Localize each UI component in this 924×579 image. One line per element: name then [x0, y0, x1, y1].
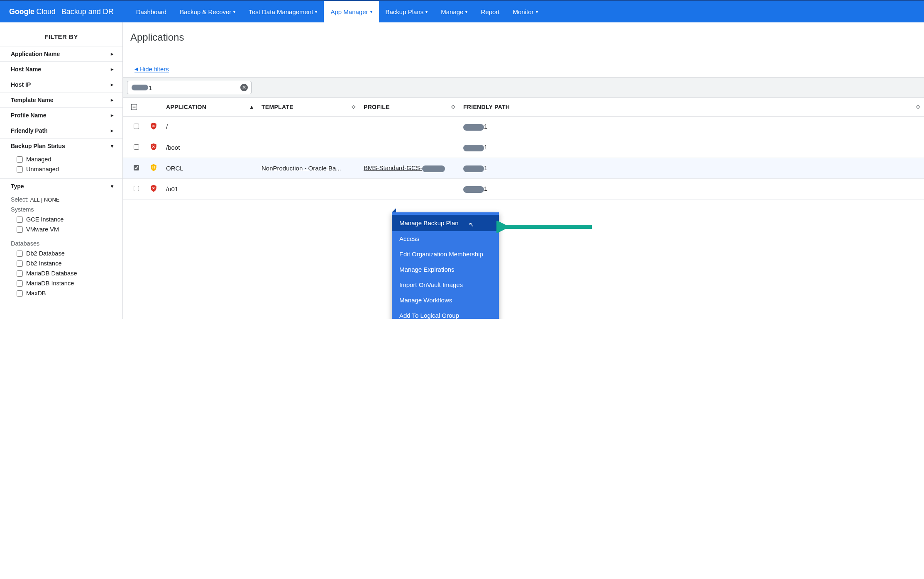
filter-option-unmanaged[interactable]: Unmanaged	[17, 164, 113, 174]
sort-icon: ◇	[451, 104, 455, 109]
filter-application-name[interactable]: Application Name▸	[0, 46, 122, 61]
hide-filters-link[interactable]: ◀Hide filters	[134, 66, 169, 73]
checkbox[interactable]	[17, 280, 23, 287]
caret-down-icon: ▾	[111, 183, 113, 189]
header-select-all[interactable]: −	[123, 98, 145, 117]
nav-items: Dashboard Backup & Recover▾ Test Data Ma…	[130, 1, 545, 22]
top-nav: Google Cloud Backup and DR Dashboard Bac…	[0, 0, 924, 22]
svg-text:✕: ✕	[152, 124, 155, 128]
filter-option-db2-database[interactable]: Db2 Database	[17, 248, 113, 258]
caret-right-icon: ▸	[111, 51, 113, 57]
cursor-pointer-icon: ↖	[469, 221, 474, 228]
filter-backup-plan-status[interactable]: Backup Plan Status▾	[0, 139, 122, 153]
filter-host-name[interactable]: Host Name▸	[0, 62, 122, 77]
nav-report[interactable]: Report	[474, 1, 506, 22]
row-checkbox[interactable]	[134, 124, 139, 129]
redacted-text	[463, 145, 484, 151]
filter-option-gce[interactable]: GCE Instance	[17, 214, 113, 224]
checkbox[interactable]	[17, 270, 23, 277]
checkbox[interactable]	[17, 226, 23, 233]
cell-application: /	[162, 117, 257, 137]
select-all-link[interactable]: ALL	[30, 197, 40, 203]
filter-option-vmware[interactable]: VMware VM	[17, 224, 113, 234]
cell-template-link[interactable]: NonProduction - Oracle Ba...	[262, 165, 341, 172]
checkbox[interactable]	[17, 156, 23, 163]
header-profile[interactable]: PROFILE◇	[359, 98, 459, 117]
nav-dashboard[interactable]: Dashboard	[130, 1, 173, 22]
caret-right-icon: ▸	[111, 66, 113, 72]
chevron-down-icon: ▾	[370, 10, 372, 14]
ctx-manage-backup-plan[interactable]: Manage Backup Plan↖	[392, 215, 499, 231]
header-friendly-path[interactable]: FRIENDLY PATH◇	[459, 98, 924, 117]
table-row[interactable]: ORCL NonProduction - Oracle Ba... BMS-St…	[123, 158, 924, 179]
filter-friendly-path[interactable]: Friendly Path▸	[0, 123, 122, 138]
checkbox[interactable]	[17, 166, 23, 173]
nav-backup-plans[interactable]: Backup Plans▾	[379, 1, 435, 22]
redacted-text	[132, 85, 148, 90]
nav-app-manager[interactable]: App Manager▾	[324, 1, 379, 22]
type-systems-label: Systems	[0, 204, 122, 214]
ctx-import-onvault[interactable]: Import OnVault Images	[392, 277, 499, 292]
ctx-add-logical-group[interactable]: Add To Logical Group	[392, 308, 499, 319]
ctx-manage-workflows[interactable]: Manage Workflows	[392, 292, 499, 308]
cell-profile-link[interactable]: BMS-Standard-GCS-	[364, 164, 445, 171]
filter-option-db2-instance[interactable]: Db2 Instance	[17, 258, 113, 268]
context-menu: Manage Backup Plan↖ Access Edit Organiza…	[392, 212, 499, 319]
caret-right-icon: ▸	[111, 97, 113, 103]
active-filter-chip[interactable]: 1 ✕	[127, 81, 252, 94]
clear-chip-icon[interactable]: ✕	[240, 84, 248, 91]
chevron-down-icon: ▾	[536, 10, 538, 14]
filter-template-name[interactable]: Template Name▸	[0, 92, 122, 107]
nav-manage[interactable]: Manage▾	[434, 1, 474, 22]
row-checkbox[interactable]	[134, 186, 139, 191]
type-select-bar: Select: ALL | NONE	[0, 194, 122, 204]
shield-error-icon: ✕	[149, 184, 158, 193]
filter-sidebar: FILTER BY Application Name▸ Host Name▸ H…	[0, 22, 123, 319]
table-row[interactable]: ✕ /u01 1	[123, 179, 924, 199]
checkbox[interactable]	[17, 217, 23, 223]
redacted-text	[463, 124, 484, 131]
brand: Google Cloud Backup and DR	[0, 1, 121, 22]
ctx-edit-org-membership[interactable]: Edit Organization Membership	[392, 246, 499, 262]
caret-right-icon: ▸	[111, 128, 113, 134]
table-row[interactable]: ✕ / 1	[123, 117, 924, 137]
nav-backup-recover[interactable]: Backup & Recover▾	[173, 1, 242, 22]
caret-right-icon: ▸	[111, 82, 113, 88]
checkbox[interactable]	[17, 290, 23, 297]
product-name: Backup and DR	[61, 7, 114, 16]
table-row[interactable]: ✕ /boot 1	[123, 137, 924, 158]
applications-table: − APPLICATION▴ TEMPLATE◇ PROFILE◇ FRIEND…	[123, 98, 924, 199]
chevron-down-icon: ▾	[315, 10, 317, 14]
nav-test-data-mgmt[interactable]: Test Data Management▾	[242, 1, 324, 22]
page-title: Applications	[123, 32, 924, 43]
filter-option-mariadb-instance[interactable]: MariaDB Instance	[17, 278, 113, 288]
filter-host-ip[interactable]: Host IP▸	[0, 77, 122, 92]
cell-application: /boot	[162, 137, 257, 158]
row-checkbox[interactable]	[134, 165, 139, 170]
shield-error-icon: ✕	[149, 122, 158, 131]
filter-option-managed[interactable]: Managed	[17, 154, 113, 164]
filter-type[interactable]: Type▾	[0, 179, 122, 194]
select-none-link[interactable]: NONE	[44, 197, 60, 203]
content-area: Applications ◀Hide filters 1 ✕ − APPLICA…	[123, 22, 924, 319]
chevron-down-icon: ▾	[425, 10, 428, 14]
google-cloud-logo: Google Cloud	[9, 7, 56, 16]
sort-icon: ▴	[250, 104, 253, 110]
filter-profile-name[interactable]: Profile Name▸	[0, 108, 122, 123]
filter-option-maxdb[interactable]: MaxDB	[17, 288, 113, 298]
ctx-manage-expirations[interactable]: Manage Expirations	[392, 262, 499, 277]
caret-left-icon: ◀	[134, 66, 138, 72]
svg-rect-2	[153, 166, 154, 169]
ctx-access[interactable]: Access	[392, 231, 499, 246]
nav-monitor[interactable]: Monitor▾	[506, 1, 545, 22]
header-template[interactable]: TEMPLATE◇	[257, 98, 359, 117]
svg-text:✕: ✕	[152, 186, 155, 190]
filter-option-mariadb-database[interactable]: MariaDB Database	[17, 268, 113, 278]
row-checkbox[interactable]	[134, 144, 139, 150]
checkbox[interactable]	[17, 251, 23, 257]
shield-warning-icon	[149, 163, 158, 172]
redacted-text	[463, 186, 484, 193]
checkbox[interactable]	[17, 260, 23, 267]
chevron-down-icon: ▾	[465, 10, 467, 14]
header-application[interactable]: APPLICATION▴	[162, 98, 257, 117]
